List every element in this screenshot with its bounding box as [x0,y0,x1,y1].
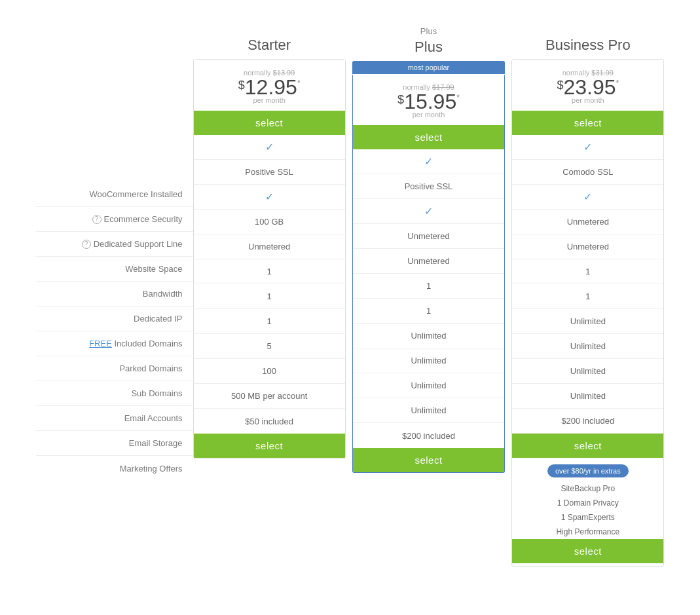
select-button-bottom-starter[interactable]: select [194,434,345,458]
plan-col-starter: Starternormally $13.99$12.95*per monthse… [193,26,346,458]
feature-cell-plus-subDomains: Unlimited [353,348,504,373]
price-dollar-starter: $ [238,79,245,91]
extras-item: SiteBackup Pro [512,481,663,496]
feature-cell-starter-includedDomains: 1 [194,284,345,309]
extras-section-business-pro: over $80/yr in extrasSiteBackup Pro1 Dom… [512,458,663,566]
select-button-top-starter[interactable]: select [194,111,345,135]
feature-cell-starter-emailAccounts: 100 [194,359,345,384]
checkmark-business-pro-dedicatedSupport: ✓ [583,191,592,203]
price-number-plus: 15.95 [404,91,456,112]
select-button-top-business-pro[interactable]: select [512,111,663,135]
feature-label-includedDomains: FREE Included Domains [36,331,193,356]
feature-label-websiteSpace: Website Space [36,257,193,282]
feature-cell-plus-ecommerceSecurity: Positive SSL [353,174,504,199]
feature-label-bandwidth: Bandwidth [36,282,193,307]
extras-item: High Performance [512,525,663,539]
feature-cell-starter-dedicatedSupport: ✓ [194,185,345,210]
pricing-table: WooCommerce Installed?Ecommerce Security… [36,26,665,567]
feature-cell-business-pro-emailStorage: Unlimited [512,384,663,409]
feature-cell-plus-emailAccounts: Unlimited [353,373,504,398]
price-dollar-business-pro: $ [557,79,563,91]
feature-cell-business-pro-emailAccounts: Unlimited [512,359,663,384]
help-icon[interactable]: ? [82,240,91,249]
per-month-business-pro: per month [519,96,657,104]
feature-cell-business-pro-marketingOffers: $200 included [512,409,663,434]
select-button-extras-business-pro[interactable]: select [512,539,663,563]
per-month-starter: per month [200,96,339,104]
select-button-top-plus[interactable]: select [353,125,504,149]
price-box-business-pro: normally $31.99$23.95*per month [512,60,663,111]
feature-cell-starter-parkedDomains: 1 [194,309,345,334]
feature-cell-plus-bandwidth: Unmetered [353,249,504,274]
price-box-starter: normally $13.99$12.95*per month [194,60,345,111]
feature-cell-plus-dedicatedSupport: ✓ [353,199,504,224]
price-box-plus: normally $17.99$15.95*per month [353,74,504,125]
checkmark-plus-dedicatedSupport: ✓ [424,205,433,217]
price-asterisk-starter: * [297,79,301,87]
feature-cell-business-pro-dedicatedIP: 1 [512,259,663,284]
plan-label-plus: Plus [352,26,505,36]
checkmark-plus-woocommerce: ✓ [424,155,433,168]
plan-title-plus: PlusPlus [352,26,505,61]
feature-cell-plus-emailStorage: Unlimited [353,398,504,423]
feature-label-marketingOffers: Marketing Offers [36,456,193,481]
feature-cell-starter-websiteSpace: 100 GB [194,210,345,234]
feature-cell-starter-emailStorage: 500 MB per account [194,384,345,409]
feature-cell-starter-subDomains: 5 [194,334,345,359]
feature-cell-business-pro-dedicatedSupport: ✓ [512,185,663,210]
feature-cell-plus-marketingOffers: $200 included [353,423,504,448]
checkmark-business-pro-woocommerce: ✓ [583,141,592,153]
feature-cell-business-pro-websiteSpace: Unmetered [512,210,663,234]
help-icon[interactable]: ? [92,215,101,224]
feature-cell-business-pro-parkedDomains: Unlimited [512,309,663,334]
price-main-plus: $15.95* [359,91,498,112]
plan-name-business-pro: Business Pro [511,37,664,54]
feature-label-dedicatedSupport: ?Dedicated Support Line [36,232,193,257]
plan-card-business-pro: normally $31.99$23.95*per monthselect✓Co… [511,59,664,567]
per-month-plus: per month [359,111,498,119]
plan-col-plus: PlusPlusmost popularnormally $17.99$15.9… [352,26,505,473]
plan-col-business-pro: Business Pronormally $31.99$23.95*per mo… [511,26,664,567]
extras-item: 1 Domain Privacy [512,496,663,510]
price-asterisk-business-pro: * [616,79,619,87]
extras-item: 1 SpamExperts [512,510,663,525]
feature-label-parkedDomains: Parked Domains [36,356,193,381]
feature-cell-business-pro-ecommerceSecurity: Comodo SSL [512,160,663,185]
feature-cell-plus-includedDomains: 1 [353,299,504,324]
feature-cell-plus-websiteSpace: Unmetered [353,224,504,249]
plan-title-starter: Starter [193,26,346,59]
select-button-bottom-plus[interactable]: select [353,448,504,472]
free-domains-link[interactable]: FREE [89,339,112,348]
plans-area: Starternormally $13.99$12.95*per monthse… [193,26,665,567]
feature-label-dedicatedIP: Dedicated IP [36,307,193,331]
feature-label-woocommerce: WooCommerce Installed [36,182,193,207]
price-main-starter: $12.95* [200,77,339,98]
feature-cell-business-pro-subDomains: Unlimited [512,334,663,359]
feature-cell-business-pro-woocommerce: ✓ [512,135,663,160]
extras-badge-container: over $80/yr in extras [512,460,663,481]
feature-label-ecommerceSecurity: ?Ecommerce Security [36,207,193,232]
feature-cell-business-pro-includedDomains: 1 [512,284,663,309]
select-button-bottom-business-pro[interactable]: select [512,434,663,458]
price-number-business-pro: 23.95 [563,77,616,98]
plan-title-business-pro: Business Pro [511,26,664,59]
feature-label-subDomains: Sub Domains [36,381,193,406]
feature-cell-starter-bandwidth: Unmetered [194,234,345,259]
checkmark-starter-woocommerce: ✓ [265,141,274,153]
plan-card-plus: normally $17.99$15.95*per monthselect✓Po… [352,74,505,473]
feature-cell-starter-dedicatedIP: 1 [194,259,345,284]
price-asterisk-plus: * [456,94,460,102]
feature-label-emailStorage: Email Storage [36,431,193,456]
feature-cell-plus-parkedDomains: Unlimited [353,324,504,348]
plan-card-starter: normally $13.99$12.95*per monthselect✓Po… [193,59,346,458]
price-number-starter: 12.95 [245,77,297,98]
plan-name-plus: Plus [352,39,505,56]
feature-cell-starter-marketingOffers: $50 included [194,409,345,434]
price-dollar-plus: $ [397,94,404,105]
feature-cell-starter-ecommerceSecurity: Positive SSL [194,160,345,185]
price-main-business-pro: $23.95* [519,77,657,98]
feature-cell-plus-woocommerce: ✓ [353,149,504,174]
popular-badge: most popular [352,61,505,74]
extras-badge: over $80/yr in extras [547,464,629,477]
plan-name-starter: Starter [193,37,346,54]
